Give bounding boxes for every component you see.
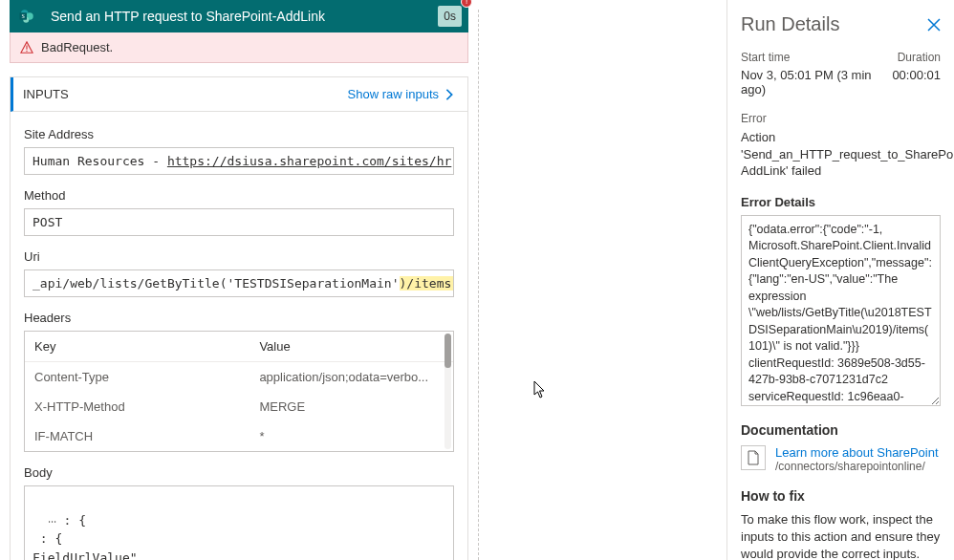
scrollbar-thumb[interactable] [444,334,451,368]
uri-highlighted: )/items(101) [400,276,454,291]
vertical-scrollbar[interactable] [444,334,451,449]
uri-label: Uri [24,249,454,264]
inputs-title: INPUTS [23,87,69,101]
documentation-link-row[interactable]: Learn more about SharePoint /connectors/… [741,445,941,473]
site-address-value[interactable]: Human Resources - https://dsiusa.sharepo… [24,147,454,175]
site-address-prefix: Human Resources - [33,154,167,168]
documentation-heading: Documentation [741,422,941,438]
start-time-label: Start time [741,51,790,64]
header-value: MERGE [259,399,444,414]
panel-divider [478,10,480,560]
header-key: Content-Type [34,370,259,384]
inputs-card-body: Site Address Human Resources - https://d… [11,112,467,560]
chevron-right-icon [443,88,456,101]
document-icon [741,445,766,470]
table-row: Content-Type application/json;odata=verb… [25,362,453,392]
inputs-card-header: INPUTS Show raw inputs [11,77,467,112]
headers-label: Headers [24,311,454,325]
show-raw-inputs-label: Show raw inputs [348,87,439,101]
body-line: ⸱⸱⸱ : { [33,513,86,528]
svg-text:S: S [22,13,25,19]
action-header[interactable]: S Send an HTTP request to SharePoint-Add… [10,0,468,32]
body-line: FieldUrlValue" [33,550,138,561]
how-to-fix-heading: How to fix [741,488,941,504]
run-details-panel: Run Details Start time Duration Nov 3, 0… [726,0,954,560]
headers-table: Key Value Content-Type application/json;… [24,331,454,452]
uri-prefix: _api/web/lists/GetByTitle('TESTDSISepara… [33,276,400,291]
table-row: IF-MATCH * [25,421,453,451]
headers-value-col: Value [259,339,444,354]
method-value[interactable]: POST [24,208,454,236]
error-value: Action 'Send_an_HTTP_request_to_SharePoi… [741,129,941,180]
action-duration-badge: 0s [438,6,462,27]
error-indicator-icon: ! [461,0,472,8]
action-title: Send an HTTP request to SharePoint-AddLi… [43,9,438,24]
header-key: X-HTTP-Method [34,399,259,414]
error-banner: BadRequest. [10,32,468,63]
duration-label: Duration [898,51,941,64]
start-time-value: Nov 3, 05:01 PM (3 min ago) [741,68,892,97]
body-line: : { [33,531,62,546]
error-label: Error [741,112,941,125]
sharepoint-icon: S [11,0,43,32]
inputs-card: INPUTS Show raw inputs Site Address Huma… [10,76,468,560]
warning-icon [20,41,33,54]
close-icon[interactable] [927,18,941,32]
site-address-url: https://dsiusa.sharepoint.com/sites/hr [167,154,451,168]
header-value: * [259,429,444,443]
mouse-cursor-icon [533,380,547,399]
uri-value[interactable]: _api/web/lists/GetByTitle('TESTDSISepara… [24,269,454,297]
how-to-fix-body: To make this flow work, inspect the inpu… [741,511,941,560]
error-details-label: Error Details [741,195,941,209]
site-address-label: Site Address [24,127,454,141]
headers-key-col: Key [34,339,259,354]
body-value[interactable]: ⸱⸱⸱ : { : { FieldUrlValue" ": "Link to F… [24,485,454,560]
body-label: Body [24,465,454,480]
error-banner-text: BadRequest. [41,40,113,54]
run-details-title: Run Details [741,13,839,35]
header-key: IF-MATCH [34,429,259,443]
svg-point-6 [26,50,27,51]
method-label: Method [24,188,454,203]
header-value: application/json;odata=verbo... [259,370,444,384]
headers-table-head: Key Value [25,332,453,362]
action-panel: S Send an HTTP request to SharePoint-Add… [10,0,468,560]
show-raw-inputs-link[interactable]: Show raw inputs [348,87,456,101]
documentation-link[interactable]: Learn more about SharePoint [775,445,939,460]
table-row: X-HTTP-Method MERGE [25,392,453,421]
error-details-textarea[interactable] [741,215,941,406]
documentation-path: /connectors/sharepointonline/ [775,460,939,473]
duration-value: 00:00:01 [892,68,941,97]
